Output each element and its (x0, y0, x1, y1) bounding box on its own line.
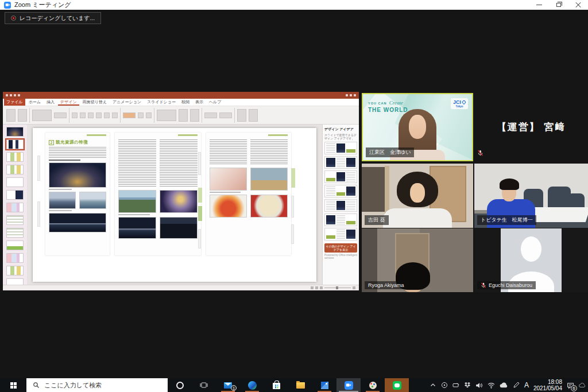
task-view-button[interactable] (192, 378, 216, 392)
start-button[interactable] (0, 378, 26, 392)
ppt-tab-file[interactable]: ファイル (4, 99, 25, 106)
taskbar-mail-button[interactable]: 1 (216, 378, 240, 392)
slide-thumbnail[interactable] (6, 253, 24, 263)
taskbar-line-button[interactable] (385, 378, 409, 392)
video-tile-kanazawa-yui[interactable]: YOU CAN Create THE WORLD JCI Tokyo 江東区 金… (362, 93, 473, 161)
minimize-button[interactable] (529, 0, 549, 10)
taskbar-edge-button[interactable] (240, 378, 264, 392)
photo-tree-lined-street (118, 190, 156, 213)
background-slogan: YOU CAN Create THE WORLD (368, 99, 408, 113)
design-idea-card[interactable] (324, 228, 357, 240)
design-idea-card[interactable] (324, 170, 357, 183)
slide-thumbnail[interactable] (6, 203, 24, 212)
document-page-middle (115, 133, 201, 255)
video-tile-yoshida-aoi[interactable]: 吉田 葵 (362, 164, 473, 228)
recording-label: レコーディングしています... (20, 14, 95, 22)
taskbar-photos-button[interactable] (312, 378, 336, 392)
design-idea-card[interactable] (324, 142, 357, 154)
security-icon (441, 382, 448, 389)
ppt-zoom-slider[interactable] (324, 288, 351, 288)
notification-badge: 6 (571, 385, 577, 391)
slide-thumbnail[interactable] (6, 215, 24, 225)
slide-thumbnail[interactable] (6, 127, 24, 137)
ppt-tab-help[interactable]: ヘルプ (207, 99, 224, 106)
tray-onedrive-button[interactable] (500, 382, 508, 389)
zoom-app-icon (4, 2, 11, 9)
clock-time: 18:08 (533, 379, 562, 385)
ppt-tab-review[interactable]: 校閲 (179, 99, 192, 106)
video-tile-matsuo[interactable]: トビタテ生 松尾博一 (474, 164, 588, 228)
location-pin-icon (462, 100, 466, 104)
cortana-button[interactable] (168, 378, 192, 392)
ppt-tab-transitions[interactable]: 画面切り替え (80, 99, 109, 106)
slide-thumbnail[interactable] (6, 190, 24, 200)
ppt-tab-insert[interactable]: 挿入 (44, 99, 57, 106)
pen-icon (513, 382, 520, 389)
taskbar-clock[interactable]: 18:08 2021/05/04 (533, 379, 562, 391)
recording-indicator: レコーディングしています... (5, 12, 101, 24)
ppt-tab-slideshow[interactable]: スライドショー (145, 99, 178, 106)
cortana-icon (176, 382, 184, 389)
design-idea-card[interactable] (324, 185, 357, 197)
participant-name-label: Ryoga Akiyama (365, 281, 408, 289)
palette-icon (369, 382, 377, 389)
section-number: 2 (49, 140, 54, 145)
design-idea-card[interactable] (324, 156, 357, 169)
ppt-tab-view[interactable]: 表示 (193, 99, 206, 106)
taskbar-explorer-button[interactable] (288, 378, 312, 392)
avatar-silhouette-icon (521, 236, 541, 262)
action-center-button[interactable]: 6 (567, 382, 574, 389)
ppt-tab-design[interactable]: デザイン (58, 99, 79, 106)
clock-date: 2021/05/04 (533, 385, 562, 391)
slide-thumbnail[interactable] (6, 278, 24, 285)
video-tile-miyazaki[interactable]: 【運営】 宮﨑 (474, 93, 588, 161)
taskbar-paint-button[interactable] (361, 378, 385, 392)
participant-name-label: 吉田 葵 (365, 215, 389, 225)
tray-weather-button[interactable] (579, 383, 586, 388)
tray-ink-button[interactable] (513, 382, 520, 389)
slide-thumbnail[interactable] (6, 228, 24, 238)
slide-thumbnail-selected[interactable] (6, 139, 24, 149)
document-spread: 2 観光資源の特徴 (45, 133, 301, 255)
ppt-tab-home[interactable]: ホーム (26, 99, 43, 106)
chevron-up-icon (430, 382, 436, 389)
tray-security-button[interactable] (441, 382, 448, 389)
edge-icon (248, 381, 257, 390)
photo-harbor-dusk (49, 192, 76, 209)
ppt-ribbon-commands[interactable] (3, 106, 359, 125)
close-button[interactable] (568, 0, 588, 10)
muted-mic-icon (481, 282, 486, 288)
document-page-left: 2 観光資源の特徴 (45, 133, 110, 255)
meeting-stage: レコーディングしています... ファイル ホーム 挿入 デザイン 画面切り替え … (0, 10, 588, 378)
ppt-titlebar (3, 92, 359, 99)
recording-dot-icon (11, 15, 16, 21)
design-ideas-more-button[interactable]: その他のデザイン アイデアを表示 (324, 243, 357, 253)
taskbar-store-button[interactable] (264, 378, 288, 392)
slide-thumbnail[interactable] (6, 165, 24, 174)
window-title: Zoom ミーティング (14, 1, 71, 9)
dropbox-icon (464, 382, 471, 389)
volume-icon (475, 382, 483, 389)
slide-thumbnail[interactable] (6, 240, 24, 250)
slide-thumbnail[interactable] (6, 152, 24, 162)
ime-mode-button[interactable]: A (524, 381, 529, 389)
slide-thumbnail[interactable] (6, 177, 24, 187)
ppt-statusbar (3, 285, 359, 290)
windows-logo-icon (10, 382, 13, 385)
design-idea-card[interactable] (324, 199, 357, 212)
taskbar-zoom-button[interactable] (336, 378, 361, 392)
ppt-tab-animations[interactable]: アニメーション (110, 99, 144, 106)
tray-volume-button[interactable] (475, 382, 483, 389)
slide-thumbnail[interactable] (6, 266, 24, 275)
cloud-icon (500, 382, 508, 389)
video-tile-ryoga-akiyama[interactable]: Ryoga Akiyama (362, 228, 473, 292)
search-input[interactable]: ここに入力して検索 (26, 378, 168, 392)
restore-button[interactable] (549, 0, 568, 10)
tray-wifi-button[interactable] (488, 382, 495, 389)
video-tile-eguchi-daisaburou[interactable]: Eguchi Daisaburou (474, 228, 588, 292)
tablet-pen-icon (452, 382, 459, 389)
tray-chevron-button[interactable] (430, 382, 436, 389)
tray-tablet-button[interactable] (452, 382, 459, 389)
design-idea-card[interactable] (324, 214, 357, 226)
tray-dropbox-button[interactable] (464, 382, 471, 389)
